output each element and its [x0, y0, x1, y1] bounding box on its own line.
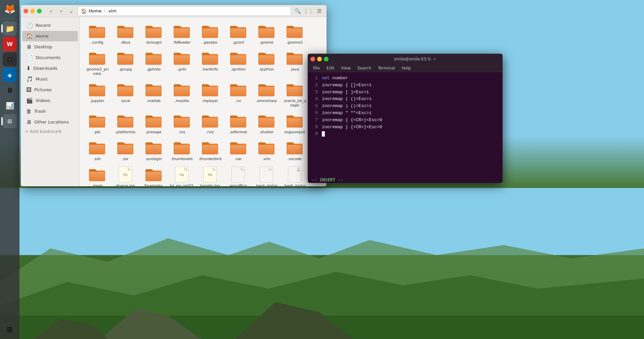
folder-var[interactable]: .var	[225, 138, 252, 163]
file-wpsoffice[interactable]: wpsoffice	[225, 164, 252, 186]
folder-platformio[interactable]: .platformio	[112, 111, 139, 136]
folder-oracle[interactable]: .oracle_jre_usage	[281, 80, 308, 109]
terminal-body[interactable]: 1 set number 2 inoremap { []<Esc>i 3 ino…	[308, 72, 503, 177]
folder-gnupg[interactable]: .gnupg	[112, 48, 139, 78]
firefox-taskbar-icon[interactable]: 🦊	[3, 2, 17, 16]
folder-local[interactable]: .local	[112, 80, 139, 109]
folder-jupyter[interactable]: .jupyter	[84, 80, 111, 109]
sidebar-item-other-locations[interactable]: 🖥 Other Locations	[22, 117, 78, 127]
menu-button[interactable]: ☰	[314, 6, 324, 16]
file-bash-history[interactable]: .bash_history	[253, 164, 280, 186]
sidebar-music-label: Music	[36, 77, 48, 82]
terminal2-taskbar-icon[interactable]: ⊡	[3, 114, 17, 128]
add-bookmark[interactable]: + Add bookmark	[21, 128, 79, 135]
minimize-button[interactable]: −	[30, 9, 35, 13]
svg-rect-0	[0, 188, 644, 255]
folder-shutter[interactable]: .shutter	[253, 111, 280, 136]
vscode-taskbar-icon[interactable]: ◈	[3, 68, 17, 82]
folder-matlab-icon	[145, 82, 162, 98]
nav-forward-button[interactable]: ›	[56, 6, 66, 16]
address-home-label: Home	[89, 8, 101, 13]
maximize-button[interactable]: +	[37, 9, 42, 13]
nav-back-button[interactable]: ‹	[46, 6, 56, 16]
sidebar-item-desktop[interactable]: 🖥 Desktop	[22, 42, 78, 52]
app-grid-icon[interactable]: ⊞	[3, 322, 17, 336]
folder-mozilla-icon	[174, 82, 190, 98]
terminal-menu-view[interactable]: View	[340, 65, 352, 71]
address-separator: /	[103, 8, 105, 13]
terminal-minimize-button[interactable]: −	[317, 57, 322, 61]
folder-mozilla[interactable]: .mozilla	[168, 80, 195, 109]
address-bar[interactable]: 🏠 Home / .vim	[78, 6, 291, 16]
folder-gazebo[interactable]: .gazebo	[197, 21, 223, 47]
unity-taskbar-icon[interactable]: ⬡	[3, 52, 17, 66]
terminal-close-button[interactable]: ×	[310, 57, 315, 61]
folder-sunlogin[interactable]: .sunlogin	[140, 138, 167, 163]
sidebar-item-videos[interactable]: 🎬 Videos	[22, 95, 78, 106]
folder-ros[interactable]: .ros	[168, 111, 195, 136]
folder-ignition[interactable]: .ignition	[225, 48, 252, 78]
folder-ssh[interactable]: .ssh	[84, 138, 111, 163]
folder-shutter-label: .shutter	[259, 130, 273, 134]
folder-ipython[interactable]: .ipython	[253, 48, 280, 78]
terminal-menu-file[interactable]: File	[312, 65, 321, 71]
file-hs-err-log[interactable]: log hs_err_pid3158.log	[168, 164, 195, 186]
folder-nv[interactable]: .nv	[225, 80, 252, 109]
sidebar-item-downloads[interactable]: ⬇ Downloads	[22, 63, 78, 74]
wps-taskbar-icon[interactable]: W	[3, 37, 17, 51]
folder-sogouinput[interactable]: sogouinput	[281, 111, 308, 136]
taskbar-bottom: ⊞	[3, 322, 17, 339]
sidebar-documents-label: Documents	[36, 55, 60, 60]
search-button[interactable]: 🔍	[293, 6, 302, 16]
terminal-menu-search[interactable]: Search	[356, 65, 373, 71]
terminal-menu-help[interactable]: Help	[400, 65, 412, 71]
sidebar-item-pictures[interactable]: 🖼 Pictures	[22, 85, 78, 95]
terminal-taskbar-icon[interactable]: 🖥	[3, 83, 17, 97]
sidebar-item-music[interactable]: 🎵 Music	[22, 74, 78, 84]
folder-examples-label: Examples	[144, 184, 162, 186]
file-bash-history-tmp[interactable]: 🔒 .bash_history-27622.tmp	[281, 164, 308, 186]
folder-dbus[interactable]: .dbus	[112, 21, 139, 47]
folder-hardinfo[interactable]: .hardinfo	[197, 48, 223, 78]
sidebar-item-trash[interactable]: 🗑 Trash	[22, 106, 78, 116]
activity-taskbar-icon[interactable]: 📊	[3, 99, 17, 113]
folder-zoom[interactable]: .zoom	[84, 164, 111, 186]
file-targets-log[interactable]: log targets.log	[197, 164, 223, 186]
sidebar-item-home[interactable]: 🏠 Home	[22, 31, 78, 41]
nav-down-button[interactable]: ⌄	[67, 6, 76, 16]
folder-dvisvgm[interactable]: .dvisvgm	[140, 21, 167, 47]
folder-matlab[interactable]: .matlab	[140, 80, 167, 109]
folder-gphoto[interactable]: .gphoto	[140, 48, 167, 78]
folder-vim[interactable]: .vim	[253, 138, 280, 163]
folder-thunderbird[interactable]: .thunderbird	[197, 138, 223, 163]
folder-rviz[interactable]: .rviz	[197, 111, 223, 136]
folder-gnome2-private[interactable]: .gnome2_private	[84, 48, 111, 78]
folder-vscode[interactable]: .vscode	[281, 138, 308, 163]
sidebar-pictures-label: Pictures	[34, 87, 51, 92]
folder-pki[interactable]: .pki	[84, 111, 111, 136]
files-taskbar-icon[interactable]: 📁	[3, 21, 17, 36]
folder-gnome2[interactable]: .gnome2	[281, 21, 308, 47]
folder-mplayer[interactable]: .mplayer	[197, 80, 223, 109]
folder-gvfs[interactable]: .gvfs	[168, 48, 195, 78]
folder-gconf[interactable]: .gconf	[225, 21, 252, 47]
sidebar-item-recent[interactable]: 🕐 Recent	[22, 20, 78, 31]
terminal-maximize-button[interactable]: +	[324, 57, 329, 61]
sidebar-item-documents[interactable]: 📄 Documents	[22, 52, 78, 63]
folder-thumbnails[interactable]: .thumbnails	[168, 138, 195, 163]
folder-ssr[interactable]: .ssr	[112, 138, 139, 163]
folder-java[interactable]: .java	[281, 48, 308, 78]
view-options-button[interactable]: ⋮⋮	[304, 6, 313, 16]
folder-gnome[interactable]: .gnome	[253, 21, 280, 47]
folder-sdformat[interactable]: .sdformat	[225, 111, 252, 136]
file-dryrun-log[interactable]: log dryrun.log	[112, 164, 139, 186]
terminal-menu-terminal[interactable]: Terminal	[377, 65, 396, 71]
close-button[interactable]: ×	[24, 9, 28, 13]
folder-fbReader[interactable]: .fbReader	[168, 21, 195, 47]
folder-presage[interactable]: .presage	[140, 111, 167, 136]
folder-config[interactable]: .config	[84, 21, 111, 47]
folder-omnisharp[interactable]: .omnisharp	[253, 80, 280, 109]
folder-examples[interactable]: Examples	[140, 164, 167, 186]
terminal-menu-edit[interactable]: Edit	[325, 65, 336, 71]
folder-rviz-label: .rviz	[206, 130, 214, 134]
